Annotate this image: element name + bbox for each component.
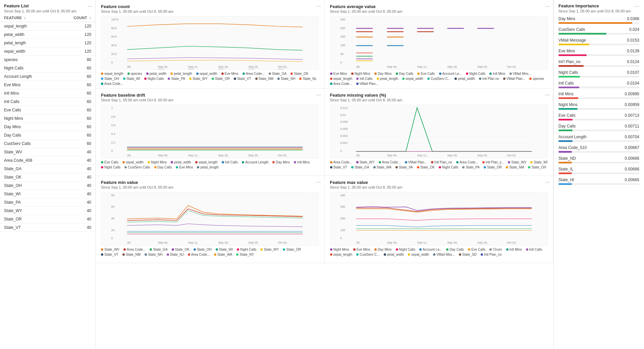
legend-color-dot [101,253,103,256]
svg-text:Sep 25,: Sep 25, [248,241,259,244]
importance-bar-fill [558,76,580,78]
legend-color-dot [330,166,332,168]
importance-bar-fill [558,140,573,142]
legend-label: petal_width [150,72,167,76]
legend-label: State_VT [237,77,251,81]
svg-text:Sep 18,: Sep 18, [447,241,458,244]
feature-row[interactable]: Intl Calls 60 [0,98,95,106]
importance-bar-background [558,172,639,174]
feature-row[interactable]: petal_width 120 [0,31,95,39]
feature-row[interactable]: Night Mins 60 [0,114,95,123]
feature-row[interactable]: sepal_length 120 [0,22,95,31]
importance-menu-icon[interactable]: ··· [635,3,639,9]
feature-row[interactable]: State_OR 40 [0,215,95,223]
feature-row[interactable]: State_WV 40 [0,148,95,156]
feature-avg-svg: 250 200 150 100 50 0 [330,16,548,69]
feature-list-menu-icon[interactable]: ··· [88,3,92,9]
importance-bar-background [558,22,639,24]
legend-item: State_WI [530,160,547,164]
feature-name: species [4,57,71,62]
legend-item: sepal_length [330,253,353,256]
column-count-header: COUNT ↕ [71,16,91,20]
feature-row[interactable]: petal_length 120 [0,39,95,47]
legend-item: petal_width [384,253,404,256]
legend-label: VMail Plan... [408,160,427,164]
legend-color-dot [528,166,530,168]
legend-color-dot [379,161,381,163]
importance-feature-name: State_IL [558,167,574,171]
legend-item: petal_length [170,72,192,76]
feature-row[interactable]: State_WY 40 [0,207,95,215]
importance-bar-fill [558,54,587,56]
legend-item: Area Code... [123,248,146,251]
feature-count-value: 120 [71,41,91,45]
legend-color-dot [351,72,354,75]
feature-row[interactable]: Area Code_408 40 [0,156,95,165]
legend-color-dot [277,78,280,80]
legend-label: State_NM [126,253,141,256]
svg-text:20: 20 [111,229,114,232]
feature-row[interactable]: State_VT 40 [0,223,95,232]
legend-item: Day Calls [396,72,414,76]
feature-row[interactable]: State_WI 40 [0,190,95,198]
feature-row[interactable]: species 80 [0,56,95,64]
legend-color-dot [101,72,103,75]
feature-count-value: 120 [71,24,91,29]
feature-drift-svg: 1 0.8 0.6 0.4 0.2 0 [101,105,319,158]
feature-row[interactable]: State_OK 40 [0,173,95,182]
feature-min-menu-icon[interactable]: ··· [316,179,321,185]
feature-max-menu-icon[interactable]: ··· [545,179,550,185]
feature-drift-menu-icon[interactable]: ··· [316,92,321,98]
legend-color-dot [145,253,147,256]
feature-row[interactable]: Day Calls 60 [0,131,95,140]
feature-name: sepal_width [4,49,71,54]
legend-label: State_OK [294,72,308,76]
importance-row: Account Length 0.00704 [558,135,639,142]
legend-label: State_WY [360,160,375,164]
feature-name: Night Calls [4,66,71,70]
legend-label: Night Calls [469,72,485,76]
legend-label: Eve Calls [421,72,435,76]
feature-row[interactable]: State_OH 40 [0,182,95,190]
feature-count-legend: sepal_length species petal_width petal_l… [101,72,319,86]
legend-item: State_GA [269,72,286,76]
importance-label-row: Night Calls 0.0107 [558,70,639,75]
legend-item: Intl Calls [526,248,542,251]
legend-color-dot [484,166,486,168]
feature-max-svg: 400 300 200 100 0 [330,192,548,245]
feature-missing-menu-icon[interactable]: ··· [545,92,550,98]
legend-label: CustServ C... [360,253,379,256]
legend-label: State_WA [217,253,232,256]
legend-color-dot [405,161,407,163]
feature-row[interactable]: sepal_width 120 [0,47,95,56]
legend-label: VMail Mes... [436,253,455,256]
legend-label: Intl Plan_no [484,253,502,256]
legend-color-dot [216,248,218,251]
importance-feature-name: VMail Message [558,38,586,43]
legend-item: Day Calls [154,165,172,169]
feature-row[interactable]: Eve Mins 60 [0,81,95,89]
charts-grid: Feature count Since Sep 1, 05:00 am unti… [96,0,553,263]
feature-row[interactable]: Day Mins 60 [0,123,95,131]
feature-row[interactable]: Eve Calls 60 [0,106,95,114]
legend-label: State_NJ [170,253,184,256]
feature-row[interactable]: Night Calls 60 [0,64,95,72]
legend-color-dot [506,166,508,168]
count-sort-icon[interactable]: ↕ [89,16,91,20]
legend-item: State_GA [351,165,369,169]
legend-color-dot [124,166,127,168]
feature-row[interactable]: Account Length 60 [0,72,95,81]
feature-row[interactable]: CustServ Calls 60 [0,140,95,148]
importance-feature-value: 0.0366 [627,16,639,21]
legend-color-dot [272,161,275,163]
feature-row[interactable]: State_GA 40 [0,165,95,173]
legend-item: Night Calls [101,165,120,169]
svg-text:28,: 28, [356,65,360,68]
feature-row[interactable]: Intl Mins 60 [0,89,95,98]
importance-bar-background [558,108,639,110]
feature-avg-menu-icon[interactable]: ··· [545,3,550,9]
feature-row[interactable]: State_PA 40 [0,198,95,207]
feature-count-menu-icon[interactable]: ··· [316,3,321,9]
legend-label: State_VA [399,165,413,169]
feature-sort-icon[interactable]: ↕ [24,16,26,20]
